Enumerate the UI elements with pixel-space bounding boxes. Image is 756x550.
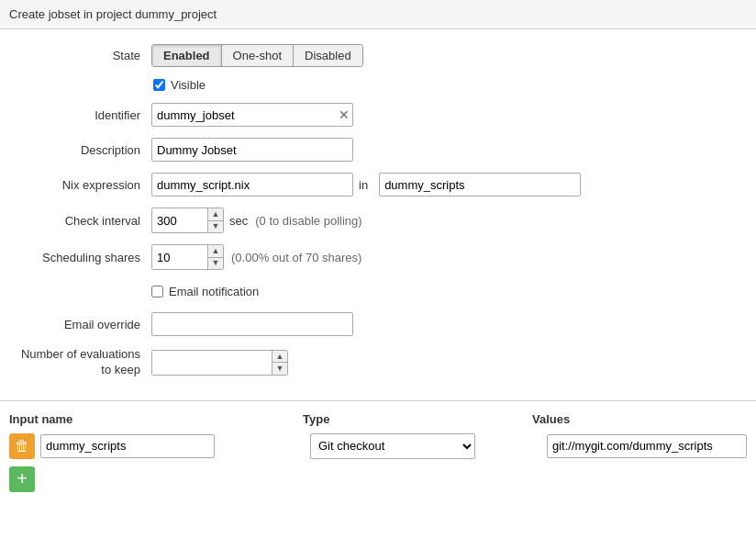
identifier-clear-button[interactable]: ✕: [339, 108, 350, 121]
num-evaluations-control: ▲ ▼: [151, 350, 747, 376]
identifier-control: ✕: [151, 103, 747, 127]
table-row: 🗑 Git checkout SVN checkout Boolean Stri…: [0, 430, 756, 463]
scheduling-up-button[interactable]: ▲: [208, 245, 223, 258]
description-row: Description: [0, 132, 756, 167]
in-label: in: [359, 178, 368, 192]
nix-expression-control: in: [151, 173, 747, 196]
check-interval-spinner-buttons: ▲ ▼: [207, 208, 223, 232]
scheduling-hint: (0.00% out of 70 shares): [231, 251, 361, 264]
num-evaluations-spinner-buttons: ▲ ▼: [272, 351, 287, 375]
check-interval-label: Check interval: [9, 214, 151, 228]
num-evaluations-row: Number of evaluations to keep ▲ ▼: [0, 342, 756, 384]
page-title: Create jobset in project dummy_project: [0, 0, 756, 29]
email-override-row: Email override: [0, 307, 756, 342]
col-type-header: Type: [303, 412, 532, 426]
state-button-group: Enabled One-shot Disabled: [151, 44, 363, 67]
values-col: [547, 434, 747, 458]
add-input-button[interactable]: +: [9, 466, 35, 492]
description-input[interactable]: [151, 138, 353, 162]
add-input-row: +: [0, 463, 756, 496]
check-interval-down-button[interactable]: ▼: [208, 221, 223, 233]
email-notification-row: Email notification: [0, 275, 756, 307]
scheduling-input[interactable]: [152, 245, 207, 269]
check-interval-control: ▲ ▼ sec (0 to disable polling): [151, 208, 747, 233]
state-oneshot-button[interactable]: One-shot: [222, 45, 294, 66]
scheduling-spinner: ▲ ▼: [151, 244, 224, 270]
num-evaluations-up-button[interactable]: ▲: [272, 351, 287, 364]
state-control-group: Enabled One-shot Disabled: [151, 44, 747, 67]
scheduling-spinner-buttons: ▲ ▼: [207, 245, 223, 269]
inputs-table-header: Input name Type Values: [0, 409, 756, 430]
create-jobset-form: State Enabled One-shot Disabled Visible …: [0, 29, 756, 393]
visible-row: Visible: [0, 73, 756, 97]
delete-input-button[interactable]: 🗑: [9, 433, 35, 459]
col-input-name-header: Input name: [9, 412, 303, 426]
email-notification-checkbox[interactable]: [151, 286, 163, 297]
nix-expression-row: Nix expression in: [0, 167, 756, 202]
check-interval-up-button[interactable]: ▲: [208, 208, 223, 221]
check-interval-unit: sec: [229, 214, 248, 228]
state-label: State: [9, 49, 151, 62]
nix-expression-label: Nix expression: [9, 178, 151, 192]
check-interval-hint: (0 to disable polling): [255, 214, 361, 228]
num-evaluations-spinner: ▲ ▼: [151, 350, 288, 376]
check-interval-row: Check interval ▲ ▼ sec (0 to disable pol…: [0, 202, 756, 239]
state-disabled-button[interactable]: Disabled: [294, 45, 362, 66]
nix-script-input[interactable]: [151, 173, 353, 196]
input-name-col: 🗑: [9, 433, 303, 459]
scheduling-label: Scheduling shares: [9, 251, 151, 264]
visible-checkbox[interactable]: [153, 79, 165, 91]
identifier-row: Identifier ✕: [0, 97, 756, 132]
values-input[interactable]: [547, 434, 747, 458]
email-override-control: [151, 312, 747, 336]
identifier-label: Identifier: [9, 108, 151, 122]
scheduling-down-button[interactable]: ▼: [208, 258, 223, 270]
visible-label: Visible: [171, 78, 206, 92]
email-notification-label: Email notification: [169, 285, 259, 298]
scheduling-control: ▲ ▼ (0.00% out of 70 shares): [151, 244, 747, 270]
plus-icon: +: [17, 468, 28, 489]
email-override-input[interactable]: [151, 312, 353, 336]
description-label: Description: [9, 143, 151, 157]
identifier-input[interactable]: [151, 103, 353, 127]
num-evaluations-down-button[interactable]: ▼: [272, 363, 287, 375]
description-control: [151, 138, 747, 162]
type-col: Git checkout SVN checkout Boolean String…: [310, 433, 539, 459]
inputs-table: Input name Type Values 🗑 Git checkout SV…: [0, 400, 756, 496]
check-interval-spinner: ▲ ▼: [151, 208, 224, 233]
identifier-wrapper: ✕: [151, 103, 353, 127]
col-values-header: Values: [532, 412, 747, 426]
email-override-label: Email override: [9, 318, 151, 331]
num-evaluations-label: Number of evaluations to keep: [9, 347, 151, 378]
input-name-field[interactable]: [40, 434, 215, 458]
state-enabled-button[interactable]: Enabled: [152, 45, 222, 66]
trash-icon: 🗑: [15, 438, 29, 455]
state-row: State Enabled One-shot Disabled: [0, 39, 756, 73]
num-evaluations-input[interactable]: [152, 351, 272, 375]
check-interval-input[interactable]: [152, 208, 207, 232]
nix-in-input[interactable]: [379, 173, 581, 196]
type-select[interactable]: Git checkout SVN checkout Boolean String…: [310, 433, 475, 459]
scheduling-row: Scheduling shares ▲ ▼ (0.00% out of 70 s…: [0, 239, 756, 275]
email-notification-control: Email notification: [151, 285, 747, 298]
